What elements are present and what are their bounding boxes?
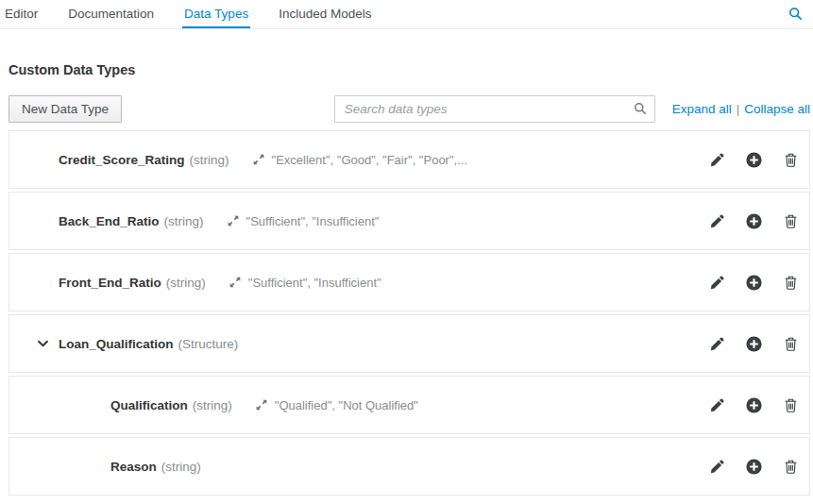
plus-circle-icon[interactable] [744, 459, 763, 475]
trash-icon[interactable] [781, 276, 800, 290]
plus-circle-icon[interactable] [744, 336, 763, 352]
page-title: Custom Data Types [8, 62, 813, 77]
constraint-values: "Qualified", "Not Qualified" [275, 398, 418, 412]
data-type-kind: (string) [193, 398, 232, 412]
constraint-icon [228, 215, 239, 227]
data-type-kind: (string) [164, 214, 204, 228]
data-type-name: Front_End_Ratio [59, 276, 161, 290]
constraint-group: "Sufficient", "Insufficient" [229, 276, 381, 290]
tab-bar: Editor Documentation Data Types Included… [0, 0, 813, 29]
constraint-group: "Qualified", "Not Qualified" [256, 398, 418, 412]
data-type-kind: (Structure) [178, 337, 239, 351]
collapse-all-link[interactable]: Collapse all [744, 102, 810, 116]
plus-circle-icon[interactable] [744, 213, 763, 229]
data-type-row: Front_End_Ratio (string) "Sufficient", "… [8, 253, 810, 311]
trash-icon[interactable] [781, 214, 800, 228]
constraint-values: "Sufficient", "Insufficient" [248, 276, 381, 290]
constraint-icon [256, 399, 267, 411]
tab-data-types[interactable]: Data Types [182, 0, 250, 28]
constraint-group: "Excellent", "Good", "Fair", "Poor",... [253, 153, 467, 167]
search-input[interactable] [334, 95, 655, 123]
expand-all-link[interactable]: Expand all [672, 102, 732, 116]
plus-circle-icon[interactable] [744, 152, 763, 168]
search-field-wrap [334, 95, 655, 123]
data-type-name: Loan_Qualification [59, 337, 174, 351]
data-type-row: Loan_Qualification (Structure) [8, 314, 810, 373]
toolbar: New Data Type Expand all|Collapse all [8, 95, 810, 123]
data-type-row: Qualification (string) "Qualified", "Not… [8, 376, 810, 434]
constraint-group: "Sufficient", "Insufficient" [228, 214, 380, 228]
data-type-kind: (string) [161, 460, 201, 474]
tab-editor[interactable]: Editor [3, 0, 40, 28]
data-type-row: Back_End_Ratio (string) "Sufficient", "I… [8, 192, 810, 250]
data-type-name: Qualification [110, 398, 188, 412]
pencil-icon[interactable] [707, 153, 726, 167]
constraint-values: "Sufficient", "Insufficient" [246, 214, 380, 228]
pencil-icon[interactable] [707, 398, 726, 412]
data-type-name: Reason [110, 460, 157, 474]
data-type-row: Reason (string) [8, 437, 810, 496]
constraint-icon [253, 154, 264, 165]
search-icon[interactable] [788, 7, 803, 21]
data-type-name: Credit_Score_Rating [59, 153, 185, 167]
data-type-kind: (string) [190, 153, 229, 167]
pencil-icon[interactable] [707, 337, 726, 351]
tab-documentation[interactable]: Documentation [66, 0, 156, 28]
plus-circle-icon[interactable] [744, 397, 763, 413]
expand-collapse-links: Expand all|Collapse all [672, 102, 810, 116]
pencil-icon[interactable] [707, 276, 726, 290]
link-separator: | [737, 102, 740, 116]
data-type-row: Credit_Score_Rating (string) "Excellent"… [8, 130, 810, 189]
trash-icon[interactable] [781, 153, 800, 167]
trash-icon[interactable] [781, 460, 800, 474]
data-types-list: Credit_Score_Rating (string) "Excellent"… [8, 130, 810, 496]
data-type-name: Back_End_Ratio [59, 214, 160, 228]
chevron-down-icon[interactable] [37, 338, 49, 350]
tab-included-models[interactable]: Included Models [277, 0, 373, 28]
trash-icon[interactable] [781, 398, 800, 412]
constraint-values: "Excellent", "Good", "Fair", "Poor",... [272, 153, 467, 167]
data-types-page: Editor Documentation Data Types Included… [0, 0, 813, 504]
pencil-icon[interactable] [707, 460, 726, 474]
plus-circle-icon[interactable] [744, 275, 763, 291]
data-type-kind: (string) [166, 276, 206, 290]
trash-icon[interactable] [781, 337, 800, 351]
constraint-icon [229, 277, 241, 288]
pencil-icon[interactable] [707, 214, 726, 228]
new-data-type-button[interactable]: New Data Type [8, 95, 122, 123]
